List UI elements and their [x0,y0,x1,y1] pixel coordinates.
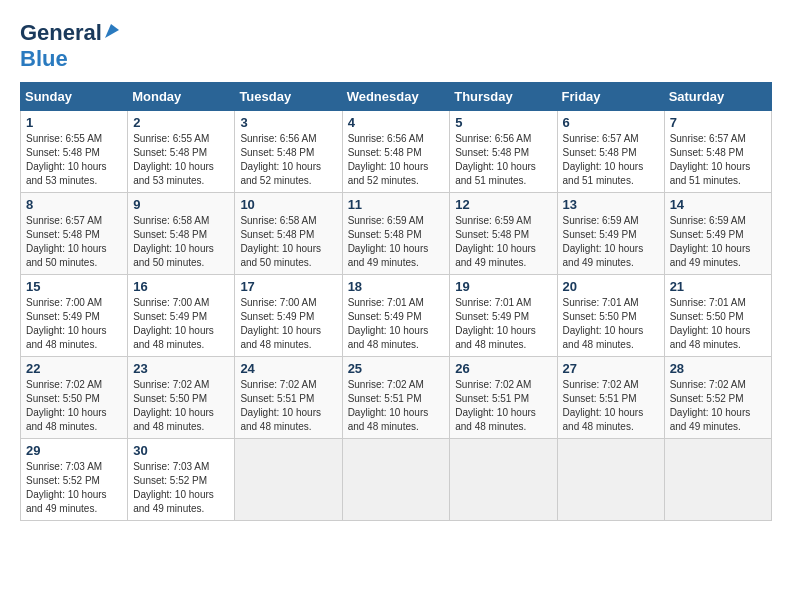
logo-general: General [20,20,102,46]
header-row: SundayMondayTuesdayWednesdayThursdayFrid… [21,83,772,111]
calendar-cell: 24Sunrise: 7:02 AM Sunset: 5:51 PM Dayli… [235,357,342,439]
day-info: Sunrise: 7:02 AM Sunset: 5:51 PM Dayligh… [240,378,336,434]
day-number: 27 [563,361,659,376]
day-number: 23 [133,361,229,376]
day-number: 15 [26,279,122,294]
calendar-cell: 30Sunrise: 7:03 AM Sunset: 5:52 PM Dayli… [128,439,235,521]
day-number: 20 [563,279,659,294]
calendar-cell: 16Sunrise: 7:00 AM Sunset: 5:49 PM Dayli… [128,275,235,357]
day-info: Sunrise: 7:02 AM Sunset: 5:51 PM Dayligh… [563,378,659,434]
col-header-friday: Friday [557,83,664,111]
day-number: 7 [670,115,766,130]
day-info: Sunrise: 7:02 AM Sunset: 5:52 PM Dayligh… [670,378,766,434]
day-number: 25 [348,361,445,376]
calendar-cell: 21Sunrise: 7:01 AM Sunset: 5:50 PM Dayli… [664,275,771,357]
col-header-monday: Monday [128,83,235,111]
day-number: 13 [563,197,659,212]
calendar-cell: 27Sunrise: 7:02 AM Sunset: 5:51 PM Dayli… [557,357,664,439]
day-info: Sunrise: 7:00 AM Sunset: 5:49 PM Dayligh… [26,296,122,352]
calendar-cell: 8Sunrise: 6:57 AM Sunset: 5:48 PM Daylig… [21,193,128,275]
day-info: Sunrise: 7:02 AM Sunset: 5:50 PM Dayligh… [26,378,122,434]
day-number: 16 [133,279,229,294]
day-info: Sunrise: 7:01 AM Sunset: 5:50 PM Dayligh… [563,296,659,352]
calendar-cell: 6Sunrise: 6:57 AM Sunset: 5:48 PM Daylig… [557,111,664,193]
day-number: 26 [455,361,551,376]
calendar-cell: 20Sunrise: 7:01 AM Sunset: 5:50 PM Dayli… [557,275,664,357]
calendar-cell: 25Sunrise: 7:02 AM Sunset: 5:51 PM Dayli… [342,357,450,439]
calendar-week-row: 29Sunrise: 7:03 AM Sunset: 5:52 PM Dayli… [21,439,772,521]
calendar-cell: 4Sunrise: 6:56 AM Sunset: 5:48 PM Daylig… [342,111,450,193]
day-number: 6 [563,115,659,130]
calendar-cell: 23Sunrise: 7:02 AM Sunset: 5:50 PM Dayli… [128,357,235,439]
col-header-thursday: Thursday [450,83,557,111]
day-number: 29 [26,443,122,458]
day-info: Sunrise: 7:00 AM Sunset: 5:49 PM Dayligh… [133,296,229,352]
day-number: 1 [26,115,122,130]
day-number: 24 [240,361,336,376]
col-header-saturday: Saturday [664,83,771,111]
calendar-cell: 26Sunrise: 7:02 AM Sunset: 5:51 PM Dayli… [450,357,557,439]
day-number: 5 [455,115,551,130]
calendar-cell [450,439,557,521]
day-info: Sunrise: 7:02 AM Sunset: 5:50 PM Dayligh… [133,378,229,434]
day-info: Sunrise: 6:59 AM Sunset: 5:49 PM Dayligh… [670,214,766,270]
calendar-cell: 12Sunrise: 6:59 AM Sunset: 5:48 PM Dayli… [450,193,557,275]
calendar-cell [235,439,342,521]
logo-arrow-icon [103,22,121,40]
calendar-cell: 14Sunrise: 6:59 AM Sunset: 5:49 PM Dayli… [664,193,771,275]
page-header: General Blue [20,20,772,72]
calendar-cell: 18Sunrise: 7:01 AM Sunset: 5:49 PM Dayli… [342,275,450,357]
day-info: Sunrise: 6:58 AM Sunset: 5:48 PM Dayligh… [240,214,336,270]
calendar-cell: 29Sunrise: 7:03 AM Sunset: 5:52 PM Dayli… [21,439,128,521]
day-info: Sunrise: 6:59 AM Sunset: 5:48 PM Dayligh… [455,214,551,270]
logo: General Blue [20,20,121,72]
day-number: 22 [26,361,122,376]
col-header-tuesday: Tuesday [235,83,342,111]
day-info: Sunrise: 6:57 AM Sunset: 5:48 PM Dayligh… [563,132,659,188]
day-info: Sunrise: 6:57 AM Sunset: 5:48 PM Dayligh… [26,214,122,270]
day-info: Sunrise: 6:59 AM Sunset: 5:49 PM Dayligh… [563,214,659,270]
day-number: 4 [348,115,445,130]
day-number: 9 [133,197,229,212]
day-info: Sunrise: 7:01 AM Sunset: 5:50 PM Dayligh… [670,296,766,352]
calendar-cell: 22Sunrise: 7:02 AM Sunset: 5:50 PM Dayli… [21,357,128,439]
day-number: 12 [455,197,551,212]
calendar-cell: 1Sunrise: 6:55 AM Sunset: 5:48 PM Daylig… [21,111,128,193]
day-info: Sunrise: 6:56 AM Sunset: 5:48 PM Dayligh… [240,132,336,188]
day-number: 17 [240,279,336,294]
calendar-cell [557,439,664,521]
day-info: Sunrise: 7:01 AM Sunset: 5:49 PM Dayligh… [455,296,551,352]
calendar-cell: 17Sunrise: 7:00 AM Sunset: 5:49 PM Dayli… [235,275,342,357]
day-info: Sunrise: 6:55 AM Sunset: 5:48 PM Dayligh… [26,132,122,188]
day-number: 21 [670,279,766,294]
day-info: Sunrise: 6:55 AM Sunset: 5:48 PM Dayligh… [133,132,229,188]
day-info: Sunrise: 7:03 AM Sunset: 5:52 PM Dayligh… [26,460,122,516]
day-number: 28 [670,361,766,376]
calendar-cell [342,439,450,521]
day-number: 18 [348,279,445,294]
day-info: Sunrise: 6:58 AM Sunset: 5:48 PM Dayligh… [133,214,229,270]
calendar-cell: 11Sunrise: 6:59 AM Sunset: 5:48 PM Dayli… [342,193,450,275]
day-info: Sunrise: 7:02 AM Sunset: 5:51 PM Dayligh… [348,378,445,434]
day-number: 19 [455,279,551,294]
col-header-sunday: Sunday [21,83,128,111]
calendar-cell: 10Sunrise: 6:58 AM Sunset: 5:48 PM Dayli… [235,193,342,275]
day-number: 3 [240,115,336,130]
day-info: Sunrise: 6:56 AM Sunset: 5:48 PM Dayligh… [348,132,445,188]
day-number: 8 [26,197,122,212]
day-number: 2 [133,115,229,130]
day-info: Sunrise: 7:00 AM Sunset: 5:49 PM Dayligh… [240,296,336,352]
day-number: 11 [348,197,445,212]
calendar-week-row: 8Sunrise: 6:57 AM Sunset: 5:48 PM Daylig… [21,193,772,275]
col-header-wednesday: Wednesday [342,83,450,111]
calendar-cell [664,439,771,521]
calendar-cell: 19Sunrise: 7:01 AM Sunset: 5:49 PM Dayli… [450,275,557,357]
day-info: Sunrise: 6:56 AM Sunset: 5:48 PM Dayligh… [455,132,551,188]
calendar-cell: 7Sunrise: 6:57 AM Sunset: 5:48 PM Daylig… [664,111,771,193]
day-number: 30 [133,443,229,458]
calendar-cell: 28Sunrise: 7:02 AM Sunset: 5:52 PM Dayli… [664,357,771,439]
calendar-cell: 13Sunrise: 6:59 AM Sunset: 5:49 PM Dayli… [557,193,664,275]
calendar-week-row: 22Sunrise: 7:02 AM Sunset: 5:50 PM Dayli… [21,357,772,439]
svg-marker-0 [105,24,119,38]
calendar-table: SundayMondayTuesdayWednesdayThursdayFrid… [20,82,772,521]
